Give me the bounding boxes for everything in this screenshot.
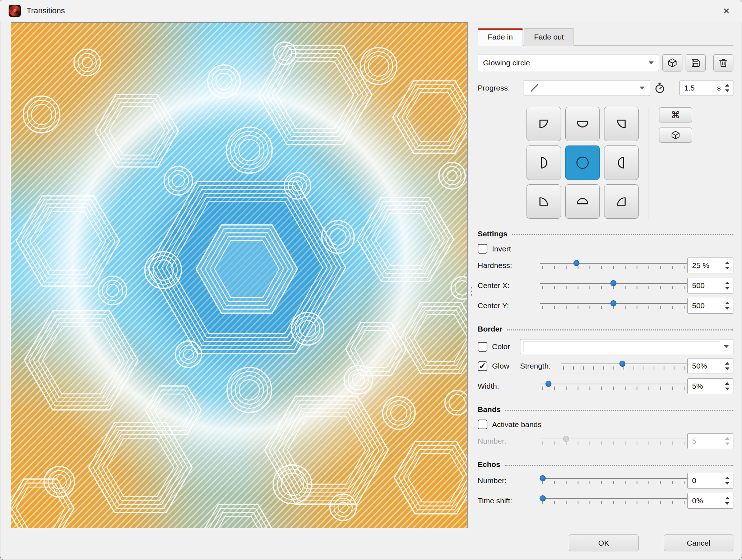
corner-bottom-left-icon bbox=[536, 194, 551, 209]
preset-dropdown[interactable]: Glowing circle bbox=[478, 55, 659, 71]
slider-thumb[interactable] bbox=[611, 280, 617, 286]
corner-top-left-icon bbox=[536, 116, 551, 131]
command-icon: ⌘ bbox=[671, 110, 680, 120]
activate-bands-label: Activate bands bbox=[492, 420, 542, 429]
spin-up-arrow[interactable] bbox=[725, 84, 729, 87]
slider-thumb[interactable] bbox=[620, 361, 626, 367]
shape-edge-left-button[interactable] bbox=[527, 145, 561, 180]
slider-thumb[interactable] bbox=[545, 381, 551, 387]
settings-panel: Fade in Fade out Glowing circle bbox=[476, 22, 733, 560]
cancel-button[interactable]: Cancel bbox=[664, 534, 733, 551]
shape-edge-top-button[interactable] bbox=[565, 107, 600, 141]
echos-number-slider[interactable] bbox=[539, 473, 687, 488]
glow-label: Glow bbox=[492, 362, 520, 370]
shape-edge-bottom-button[interactable] bbox=[565, 184, 600, 219]
center-y-slider[interactable] bbox=[539, 298, 687, 313]
spin-up-arrow[interactable] bbox=[725, 477, 729, 479]
spin-down-arrow[interactable] bbox=[725, 502, 729, 505]
time-shift-spinbox[interactable]: 0% bbox=[687, 493, 733, 509]
import-preset-button[interactable] bbox=[662, 54, 682, 71]
shape-corner-bottom-left-button[interactable] bbox=[527, 184, 561, 219]
echos-number-spinbox[interactable]: 0 bbox=[687, 473, 733, 489]
slider-thumb[interactable] bbox=[611, 300, 617, 306]
glow-strength-spinbox[interactable]: 50% bbox=[687, 358, 733, 374]
corner-top-right-icon bbox=[614, 116, 629, 131]
spin-down-arrow[interactable] bbox=[725, 367, 729, 370]
duration-spinbox[interactable]: 1.5 s bbox=[680, 80, 733, 96]
progress-curve-dropdown[interactable] bbox=[524, 80, 650, 96]
delete-preset-button[interactable] bbox=[713, 54, 733, 71]
spin-up-arrow[interactable] bbox=[725, 282, 729, 284]
bands-number-label: Number: bbox=[478, 437, 539, 445]
corner-bottom-right-icon bbox=[614, 194, 629, 209]
spin-up-arrow[interactable] bbox=[725, 497, 729, 499]
title-bar: Transitions × bbox=[0, 0, 742, 22]
slider-thumb bbox=[563, 436, 569, 442]
progress-row: Progress: 1.5 s bbox=[478, 80, 733, 96]
center-y-row: Center Y: 500 bbox=[478, 297, 733, 314]
spin-down-arrow[interactable] bbox=[725, 287, 729, 290]
spin-down-arrow[interactable] bbox=[725, 388, 729, 390]
center-y-spinbox[interactable]: 500 bbox=[687, 298, 733, 314]
invert-checkbox[interactable] bbox=[478, 244, 487, 254]
spin-up-arrow[interactable] bbox=[725, 302, 729, 304]
invert-label: Invert bbox=[492, 245, 511, 253]
spin-down-arrow[interactable] bbox=[725, 482, 729, 485]
preview-image bbox=[11, 22, 468, 528]
slider-thumb[interactable] bbox=[574, 260, 580, 266]
cube-icon bbox=[671, 130, 681, 140]
spin-up-arrow[interactable] bbox=[725, 382, 729, 385]
echos-section-header: Echos bbox=[478, 460, 733, 469]
spin-down-arrow[interactable] bbox=[725, 89, 729, 92]
spin-down-arrow[interactable] bbox=[725, 267, 729, 269]
center-x-spinbox[interactable]: 500 bbox=[687, 278, 733, 293]
dialog-footer: OK Cancel bbox=[478, 527, 733, 551]
stopwatch-button[interactable] bbox=[650, 82, 669, 94]
invert-row: Invert bbox=[478, 244, 733, 254]
position-grid bbox=[527, 107, 639, 219]
stopwatch-icon bbox=[654, 82, 666, 94]
color-checkbox[interactable] bbox=[478, 342, 487, 352]
bands-section-header: Bands bbox=[478, 405, 733, 414]
edge-top-icon bbox=[575, 116, 590, 131]
shape-edge-right-button[interactable] bbox=[604, 145, 639, 180]
center-x-slider[interactable] bbox=[539, 278, 687, 293]
slider-thumb[interactable] bbox=[540, 495, 546, 501]
bands-number-row: Number: 5 bbox=[478, 433, 733, 449]
chevron-down-icon bbox=[640, 87, 645, 89]
spin-arrows bbox=[724, 84, 731, 92]
border-width-row: Width: 5% bbox=[478, 378, 733, 394]
shape-center-button[interactable] bbox=[565, 145, 600, 180]
close-button[interactable]: × bbox=[719, 4, 733, 17]
preset-row: Glowing circle bbox=[478, 54, 733, 71]
echos-number-label: Number: bbox=[478, 476, 539, 485]
splitter-handle[interactable] bbox=[468, 22, 476, 560]
shape-corner-top-right-button[interactable] bbox=[604, 107, 639, 141]
border-width-spinbox[interactable]: 5% bbox=[687, 378, 733, 394]
time-shift-slider[interactable] bbox=[539, 494, 687, 508]
time-shift-row: Time shift: 0% bbox=[478, 492, 733, 509]
tab-fade-out[interactable]: Fade out bbox=[524, 28, 574, 46]
spin-down-arrow[interactable] bbox=[725, 307, 729, 310]
shape-position-row: ⌘ bbox=[478, 107, 733, 219]
hardness-slider[interactable] bbox=[539, 258, 687, 273]
shape-corner-top-left-button[interactable] bbox=[527, 107, 561, 141]
hardness-spinbox[interactable]: 25 % bbox=[687, 258, 733, 273]
cube-button[interactable] bbox=[659, 128, 692, 143]
activate-bands-checkbox[interactable] bbox=[478, 420, 487, 429]
save-preset-button[interactable] bbox=[686, 54, 706, 71]
glow-strength-slider[interactable] bbox=[560, 359, 687, 373]
spin-up-arrow bbox=[725, 437, 729, 440]
border-color-dropdown[interactable] bbox=[520, 339, 733, 354]
slider-thumb[interactable] bbox=[540, 475, 546, 481]
spin-up-arrow[interactable] bbox=[725, 362, 729, 365]
side-buttons: ⌘ bbox=[659, 107, 692, 219]
border-width-slider[interactable] bbox=[539, 379, 687, 393]
glow-checkbox[interactable] bbox=[478, 361, 487, 371]
center-icon bbox=[575, 155, 590, 170]
command-button[interactable]: ⌘ bbox=[659, 107, 692, 122]
spin-up-arrow[interactable] bbox=[725, 262, 729, 264]
shape-corner-bottom-right-button[interactable] bbox=[604, 184, 639, 219]
tab-fade-in[interactable]: Fade in bbox=[478, 28, 523, 46]
ok-button[interactable]: OK bbox=[569, 534, 639, 551]
